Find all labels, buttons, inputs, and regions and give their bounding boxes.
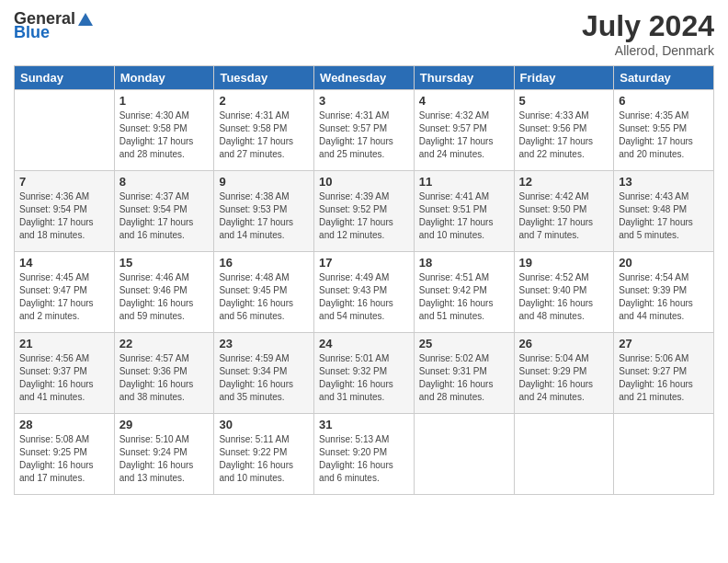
day-info: Sunrise: 4:41 AM Sunset: 9:51 PM Dayligh… <box>419 190 509 242</box>
header: General Blue July 2024 Allerod, Denmark <box>14 9 714 58</box>
calendar-week-row: 28Sunrise: 5:08 AM Sunset: 9:25 PM Dayli… <box>15 414 714 495</box>
calendar-header-friday: Friday <box>514 66 614 90</box>
day-number: 4 <box>419 94 509 108</box>
day-info: Sunrise: 5:11 AM Sunset: 9:22 PM Dayligh… <box>219 433 309 485</box>
day-number: 29 <box>119 418 210 431</box>
day-number: 5 <box>519 94 609 108</box>
calendar-cell: 22Sunrise: 4:57 AM Sunset: 9:36 PM Dayli… <box>114 333 214 414</box>
calendar-cell: 20Sunrise: 4:54 AM Sunset: 9:39 PM Dayli… <box>614 252 714 333</box>
day-number: 18 <box>419 256 509 270</box>
day-info: Sunrise: 4:38 AM Sunset: 9:53 PM Dayligh… <box>219 190 309 242</box>
day-number: 16 <box>219 256 309 270</box>
calendar-cell: 28Sunrise: 5:08 AM Sunset: 9:25 PM Dayli… <box>15 414 115 495</box>
day-number: 20 <box>619 256 709 270</box>
calendar-week-row: 1Sunrise: 4:30 AM Sunset: 9:58 PM Daylig… <box>15 90 714 171</box>
calendar-cell: 2Sunrise: 4:31 AM Sunset: 9:58 PM Daylig… <box>214 90 314 171</box>
calendar-header-monday: Monday <box>114 66 214 90</box>
day-number: 26 <box>519 337 609 350</box>
day-info: Sunrise: 4:52 AM Sunset: 9:40 PM Dayligh… <box>519 271 609 323</box>
day-number: 8 <box>119 175 210 189</box>
location: Allerod, Denmark <box>582 43 714 58</box>
day-number: 22 <box>119 337 210 350</box>
day-number: 3 <box>319 94 409 108</box>
calendar-cell: 16Sunrise: 4:48 AM Sunset: 9:45 PM Dayli… <box>214 252 314 333</box>
calendar-cell: 3Sunrise: 4:31 AM Sunset: 9:57 PM Daylig… <box>314 90 415 171</box>
day-info: Sunrise: 5:06 AM Sunset: 9:27 PM Dayligh… <box>619 352 709 404</box>
month-year: July 2024 <box>582 9 714 43</box>
calendar-header-tuesday: Tuesday <box>214 66 314 90</box>
day-info: Sunrise: 4:56 AM Sunset: 9:37 PM Dayligh… <box>19 352 109 404</box>
day-number: 1 <box>119 94 210 108</box>
logo: General Blue <box>14 9 95 42</box>
calendar-cell: 5Sunrise: 4:33 AM Sunset: 9:56 PM Daylig… <box>514 90 614 171</box>
day-number: 27 <box>619 337 709 350</box>
calendar-week-row: 14Sunrise: 4:45 AM Sunset: 9:47 PM Dayli… <box>15 252 714 333</box>
calendar-week-row: 21Sunrise: 4:56 AM Sunset: 9:37 PM Dayli… <box>15 333 714 414</box>
logo-icon <box>76 9 95 28</box>
calendar-cell: 26Sunrise: 5:04 AM Sunset: 9:29 PM Dayli… <box>514 333 614 414</box>
calendar-cell: 6Sunrise: 4:35 AM Sunset: 9:55 PM Daylig… <box>614 90 714 171</box>
calendar-cell: 27Sunrise: 5:06 AM Sunset: 9:27 PM Dayli… <box>614 333 714 414</box>
day-info: Sunrise: 4:43 AM Sunset: 9:48 PM Dayligh… <box>619 190 709 242</box>
calendar-cell: 23Sunrise: 4:59 AM Sunset: 9:34 PM Dayli… <box>214 333 314 414</box>
day-info: Sunrise: 4:39 AM Sunset: 9:52 PM Dayligh… <box>319 190 409 242</box>
calendar-cell: 21Sunrise: 4:56 AM Sunset: 9:37 PM Dayli… <box>15 333 115 414</box>
day-info: Sunrise: 4:51 AM Sunset: 9:42 PM Dayligh… <box>419 271 509 323</box>
day-number: 7 <box>19 175 109 189</box>
day-number: 11 <box>419 175 509 189</box>
calendar-cell: 29Sunrise: 5:10 AM Sunset: 9:24 PM Dayli… <box>114 414 214 495</box>
day-info: Sunrise: 4:30 AM Sunset: 9:58 PM Dayligh… <box>119 109 210 161</box>
day-info: Sunrise: 4:48 AM Sunset: 9:45 PM Dayligh… <box>219 271 309 323</box>
calendar-header-thursday: Thursday <box>414 66 514 90</box>
day-number: 15 <box>119 256 210 270</box>
calendar-cell <box>514 414 614 495</box>
day-info: Sunrise: 4:54 AM Sunset: 9:39 PM Dayligh… <box>619 271 709 323</box>
day-info: Sunrise: 4:33 AM Sunset: 9:56 PM Dayligh… <box>519 109 609 161</box>
day-number: 19 <box>519 256 609 270</box>
logo-blue-text: Blue <box>14 23 50 42</box>
calendar-cell: 8Sunrise: 4:37 AM Sunset: 9:54 PM Daylig… <box>114 171 214 252</box>
calendar-cell: 9Sunrise: 4:38 AM Sunset: 9:53 PM Daylig… <box>214 171 314 252</box>
calendar-header-wednesday: Wednesday <box>314 66 415 90</box>
calendar-cell: 7Sunrise: 4:36 AM Sunset: 9:54 PM Daylig… <box>15 171 115 252</box>
calendar-cell <box>414 414 514 495</box>
svg-marker-0 <box>78 13 93 26</box>
calendar-cell: 15Sunrise: 4:46 AM Sunset: 9:46 PM Dayli… <box>114 252 214 333</box>
day-info: Sunrise: 5:10 AM Sunset: 9:24 PM Dayligh… <box>119 433 210 485</box>
day-number: 12 <box>519 175 609 189</box>
calendar-cell: 1Sunrise: 4:30 AM Sunset: 9:58 PM Daylig… <box>114 90 214 171</box>
calendar-cell: 18Sunrise: 4:51 AM Sunset: 9:42 PM Dayli… <box>414 252 514 333</box>
calendar-cell <box>614 414 714 495</box>
day-info: Sunrise: 4:36 AM Sunset: 9:54 PM Dayligh… <box>19 190 109 242</box>
day-number: 23 <box>219 337 309 350</box>
calendar-cell: 25Sunrise: 5:02 AM Sunset: 9:31 PM Dayli… <box>414 333 514 414</box>
day-number: 13 <box>619 175 709 189</box>
day-info: Sunrise: 4:57 AM Sunset: 9:36 PM Dayligh… <box>119 352 210 404</box>
calendar-cell: 12Sunrise: 4:42 AM Sunset: 9:50 PM Dayli… <box>514 171 614 252</box>
day-info: Sunrise: 5:08 AM Sunset: 9:25 PM Dayligh… <box>19 433 109 485</box>
calendar-header-row: SundayMondayTuesdayWednesdayThursdayFrid… <box>15 66 714 90</box>
day-number: 14 <box>19 256 109 270</box>
calendar-cell: 11Sunrise: 4:41 AM Sunset: 9:51 PM Dayli… <box>414 171 514 252</box>
calendar-header-sunday: Sunday <box>15 66 115 90</box>
day-info: Sunrise: 5:02 AM Sunset: 9:31 PM Dayligh… <box>419 352 509 404</box>
day-number: 30 <box>219 418 309 431</box>
calendar-cell: 17Sunrise: 4:49 AM Sunset: 9:43 PM Dayli… <box>314 252 415 333</box>
day-number: 2 <box>219 94 309 108</box>
day-info: Sunrise: 4:37 AM Sunset: 9:54 PM Dayligh… <box>119 190 210 242</box>
day-info: Sunrise: 4:31 AM Sunset: 9:57 PM Dayligh… <box>319 109 409 161</box>
day-info: Sunrise: 4:32 AM Sunset: 9:57 PM Dayligh… <box>419 109 509 161</box>
day-number: 6 <box>619 94 709 108</box>
day-info: Sunrise: 4:49 AM Sunset: 9:43 PM Dayligh… <box>319 271 409 323</box>
calendar-cell: 13Sunrise: 4:43 AM Sunset: 9:48 PM Dayli… <box>614 171 714 252</box>
day-info: Sunrise: 5:01 AM Sunset: 9:32 PM Dayligh… <box>319 352 409 404</box>
day-info: Sunrise: 4:35 AM Sunset: 9:55 PM Dayligh… <box>619 109 709 161</box>
calendar-header-saturday: Saturday <box>614 66 714 90</box>
day-info: Sunrise: 5:13 AM Sunset: 9:20 PM Dayligh… <box>319 433 409 485</box>
day-info: Sunrise: 4:59 AM Sunset: 9:34 PM Dayligh… <box>219 352 309 404</box>
calendar-cell: 24Sunrise: 5:01 AM Sunset: 9:32 PM Dayli… <box>314 333 415 414</box>
day-info: Sunrise: 4:31 AM Sunset: 9:58 PM Dayligh… <box>219 109 309 161</box>
calendar-cell: 19Sunrise: 4:52 AM Sunset: 9:40 PM Dayli… <box>514 252 614 333</box>
calendar-cell: 4Sunrise: 4:32 AM Sunset: 9:57 PM Daylig… <box>414 90 514 171</box>
day-number: 21 <box>19 337 109 350</box>
